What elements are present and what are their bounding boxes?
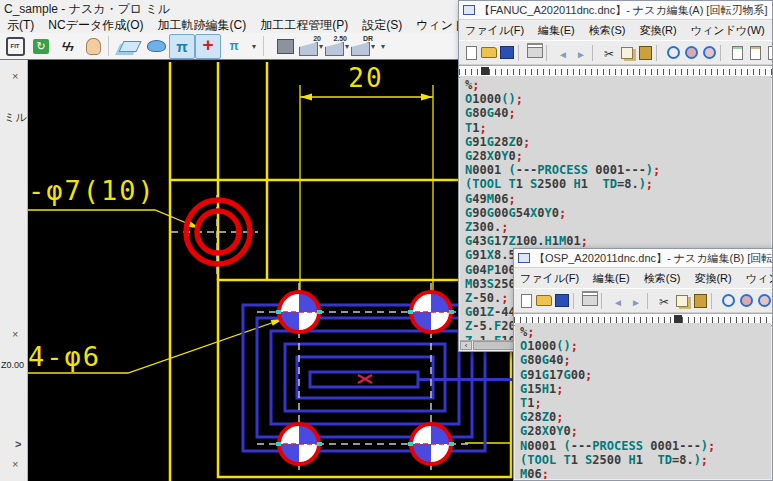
paste-icon[interactable] [691, 293, 709, 309]
forward-icon[interactable] [627, 293, 645, 309]
editor-a-title-bar[interactable]: 【FANUC_A202011dnc.dnc】- ナスカ編集(A) [回転刃物系] [459, 1, 772, 20]
find-icon[interactable] [719, 293, 737, 309]
bench2-icon[interactable] [221, 34, 247, 59]
new-icon[interactable] [462, 45, 480, 61]
mill20-icon[interactable]: 20▾ [298, 34, 324, 59]
find-prev-icon[interactable] [755, 293, 773, 309]
print-icon[interactable] [581, 293, 599, 309]
hole-marker [275, 292, 323, 332]
close-icon[interactable]: × [12, 458, 18, 470]
editor-a-menu-item-3[interactable]: 変換(R) [633, 23, 682, 38]
copy-icon[interactable] [618, 45, 636, 61]
find-icon[interactable] [664, 45, 682, 61]
flash-icon[interactable] [54, 34, 80, 59]
hole-marker [407, 292, 455, 332]
dim-arrow-left [300, 94, 312, 101]
left-dock-strip: × ミル × Z0.00 > × [0, 60, 28, 481]
back-icon[interactable] [554, 45, 572, 61]
editor-a-toolbar [459, 40, 772, 65]
editor-b-code-line-7: G28X0Y0; [520, 424, 771, 438]
editor-b-menu-item-0[interactable]: ファイル(F) [514, 271, 585, 286]
editor-a-title: 【FANUC_A202011dnc.dnc】- ナスカ編集(A) [回転刃物系] [479, 3, 767, 18]
redraw-icon[interactable] [28, 34, 54, 59]
editor-a-menu-item-2[interactable]: 検索(S) [583, 23, 632, 38]
toolbar-separator [546, 45, 552, 61]
cut-icon[interactable] [600, 45, 618, 61]
new-icon[interactable] [517, 293, 535, 309]
bench-icon[interactable] [169, 34, 195, 59]
plus-icon[interactable] [195, 34, 221, 59]
hole-marker [407, 424, 455, 464]
hole-marker [275, 424, 323, 464]
copy-list-icon[interactable] [746, 45, 764, 61]
cut-icon[interactable] [655, 293, 673, 309]
paste-icon[interactable] [636, 45, 654, 61]
editor-window-osp[interactable]: 【OSP_A202011dnc.dnc】- ナスカ編集(B) [回転刃物系] フ… [513, 248, 773, 481]
editor-b-menu-item-1[interactable]: 編集(E) [587, 271, 636, 286]
editor-b-code-line-0: %; [520, 325, 771, 339]
panel-label: ミル [4, 110, 27, 125]
duplicate-icon[interactable] [764, 45, 773, 61]
toolbar-separator [711, 293, 717, 309]
main-menu-item-4[interactable]: 設定(S) [355, 17, 409, 34]
mill250-icon[interactable]: 2.50▾ [324, 34, 350, 59]
editor-b-code-line-3: G91G17G00; [520, 368, 771, 382]
editor-a-menu-item-1[interactable]: 編集(E) [532, 23, 581, 38]
main-menu-item-0[interactable]: 示(T) [0, 17, 41, 34]
scroll-left-button[interactable]: ‹ [460, 341, 472, 350]
chevron-right-icon[interactable]: > [15, 438, 21, 450]
center-x-marker [358, 375, 372, 383]
open-icon[interactable] [480, 45, 498, 61]
editor-b-title: 【OSP_A202011dnc.dnc】- ナスカ編集(B) [回転刃物系] [534, 251, 773, 266]
save-icon[interactable] [498, 45, 516, 61]
main-menu-item-2[interactable]: 加工軌跡編集(C) [151, 17, 254, 34]
editor-a-code-line-9: G90G00G54X0Y0; [465, 206, 771, 220]
fit-icon[interactable] [2, 34, 28, 59]
document-window-icon [518, 253, 530, 263]
editor-b-title-bar[interactable]: 【OSP_A202011dnc.dnc】- ナスカ編集(B) [回転刃物系] [514, 249, 772, 268]
ruler-position-marker[interactable] [674, 315, 682, 323]
mask-icon[interactable] [143, 34, 169, 59]
more-icon[interactable] [376, 34, 390, 59]
print-icon[interactable] [526, 45, 544, 61]
toolbar-separator [720, 45, 726, 61]
more-icon[interactable] [247, 34, 261, 59]
editor-b-code-line-10: M06; [520, 467, 771, 479]
toolbar-separator [263, 36, 270, 56]
forward-icon[interactable] [572, 45, 590, 61]
editor-b-code-line-8: N0001 (---PROCESS 0001---); [520, 439, 771, 453]
toolbar-separator [601, 293, 607, 309]
editor-a-menu-item-4[interactable]: ウィンドウ(W) [685, 23, 771, 38]
editor-a-code-line-10: Z300.; [465, 220, 771, 234]
find-prev-icon[interactable] [700, 45, 718, 61]
machine-icon[interactable] [272, 34, 298, 59]
open-icon[interactable] [535, 293, 553, 309]
layers-icon[interactable] [117, 34, 143, 59]
find-next-icon[interactable] [682, 45, 700, 61]
editor-a-code-line-3: T1; [465, 121, 771, 135]
main-menu-item-1[interactable]: NCデータ作成(O) [41, 17, 150, 34]
save-icon[interactable] [553, 293, 571, 309]
label-phi6: 4-φ6 [28, 341, 101, 372]
dim-20-text: 20 [348, 63, 383, 93]
toolbar-separator [108, 36, 115, 56]
copy-icon[interactable] [673, 293, 691, 309]
z-coordinate-label: Z0.00 [1, 360, 24, 370]
editor-a-menu-item-0[interactable]: ファイル(F) [459, 23, 530, 38]
drill-icon[interactable]: DR▾ [350, 34, 376, 59]
editor-b-menu-item-2[interactable]: 検索(S) [638, 271, 687, 286]
window-title: C_sample - ナスカ・プロ ミル [4, 1, 170, 18]
editor-b-menu-item-4[interactable]: ウィンドウ(W) [740, 271, 773, 286]
close-icon[interactable]: × [12, 70, 18, 82]
dim-arrow-right [421, 94, 433, 101]
hand-icon[interactable] [80, 34, 106, 59]
editor-b-menu-item-3[interactable]: 変換(R) [688, 271, 737, 286]
editor-b-code-area[interactable]: %;O1000();G80G40;G91G17G00;G15H1;T1;G28Z… [515, 323, 771, 479]
find-next-icon[interactable] [737, 293, 755, 309]
back-icon[interactable] [609, 293, 627, 309]
application-window: C_sample - ナスカ・プロ ミル 示(T)NCデータ作成(O)加工軌跡編… [0, 0, 773, 481]
ruler-position-marker[interactable] [481, 67, 489, 75]
main-menu-item-3[interactable]: 加工工程管理(P) [253, 17, 355, 34]
close-icon[interactable]: × [12, 328, 18, 340]
list-icon[interactable] [728, 45, 746, 61]
